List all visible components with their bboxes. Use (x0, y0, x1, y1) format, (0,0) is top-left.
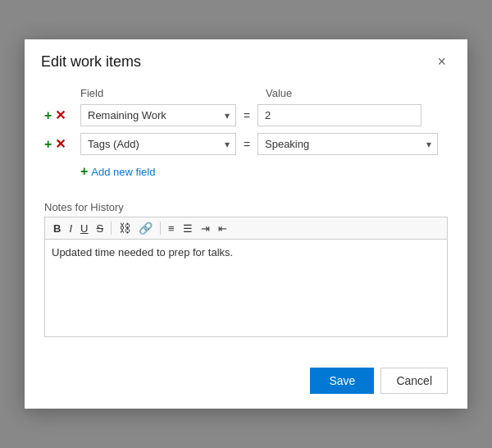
row-2-equals: = (236, 138, 257, 151)
notes-textarea[interactable]: Updated time needed to prep for talks. (44, 239, 448, 337)
field-column-header: Field (80, 87, 236, 99)
toolbar-underline-button[interactable]: U (77, 222, 91, 235)
row-2-actions: + ✕ (44, 138, 80, 151)
add-field-label: Add new field (91, 166, 155, 178)
add-field-plus-icon: + (80, 165, 88, 178)
toolbar-bold-button[interactable]: B (50, 222, 64, 235)
cancel-button[interactable]: Cancel (380, 368, 448, 394)
toolbar-unlink-button[interactable]: 🔗 (135, 221, 156, 235)
field-headers: Field Value (44, 87, 448, 99)
notes-label: Notes for History (44, 201, 448, 213)
row-2-add-button[interactable]: + (44, 138, 52, 151)
row-1-actions: + ✕ (44, 109, 80, 122)
value-column-header: Value (266, 87, 292, 99)
row-1-value-input[interactable] (257, 104, 421, 126)
add-new-field-button[interactable]: + Add new field (80, 162, 155, 181)
save-button[interactable]: Save (310, 368, 374, 394)
close-button[interactable]: × (432, 53, 451, 71)
toolbar-list-ordered-button[interactable]: ≡ (165, 222, 178, 235)
row-2-remove-button[interactable]: ✕ (55, 138, 66, 151)
field-row-1: + ✕ Remaining Work ▾ = (44, 104, 448, 126)
toolbar-strikethrough-button[interactable]: S (93, 222, 107, 235)
row-2-value-select[interactable]: Speaking (257, 133, 438, 155)
row-1-remove-button[interactable]: ✕ (55, 109, 66, 122)
row-2-field-select-wrap: Tags (Add) ▾ (80, 133, 236, 155)
toolbar-outdent-button[interactable]: ⇤ (215, 222, 230, 235)
fields-section: Field Value + ✕ Remaining Work ▾ = (44, 87, 448, 181)
row-1-equals: = (236, 109, 257, 122)
row-1-add-button[interactable]: + (44, 109, 52, 122)
dialog-header: Edit work items × (25, 39, 467, 79)
toolbar-italic-button[interactable]: I (66, 222, 75, 235)
toolbar-link-button[interactable]: ⛓ (116, 221, 134, 235)
row-2-value-select-wrap: Speaking ▾ (257, 133, 438, 155)
toolbar-separator-2 (160, 222, 161, 235)
row-1-field-select[interactable]: Remaining Work (80, 104, 236, 126)
toolbar-indent-button[interactable]: ⇥ (198, 222, 213, 235)
field-row-2: + ✕ Tags (Add) ▾ = Speaking ▾ (44, 133, 448, 155)
notes-toolbar: B I U S ⛓ 🔗 ≡ ☰ ⇥ ⇤ (44, 217, 448, 239)
toolbar-list-unordered-button[interactable]: ☰ (180, 222, 196, 235)
row-1-field-select-wrap: Remaining Work ▾ (80, 104, 236, 126)
dialog-title: Edit work items (41, 53, 141, 71)
notes-section: Notes for History B I U S ⛓ 🔗 ≡ ☰ ⇥ ⇤ Up… (44, 201, 448, 340)
row-2-field-select[interactable]: Tags (Add) (80, 133, 236, 155)
edit-work-items-dialog: Edit work items × Field Value + ✕ Remain… (25, 39, 467, 409)
dialog-body: Field Value + ✕ Remaining Work ▾ = (25, 79, 467, 356)
toolbar-separator-1 (111, 222, 112, 235)
dialog-footer: Save Cancel (25, 356, 467, 409)
